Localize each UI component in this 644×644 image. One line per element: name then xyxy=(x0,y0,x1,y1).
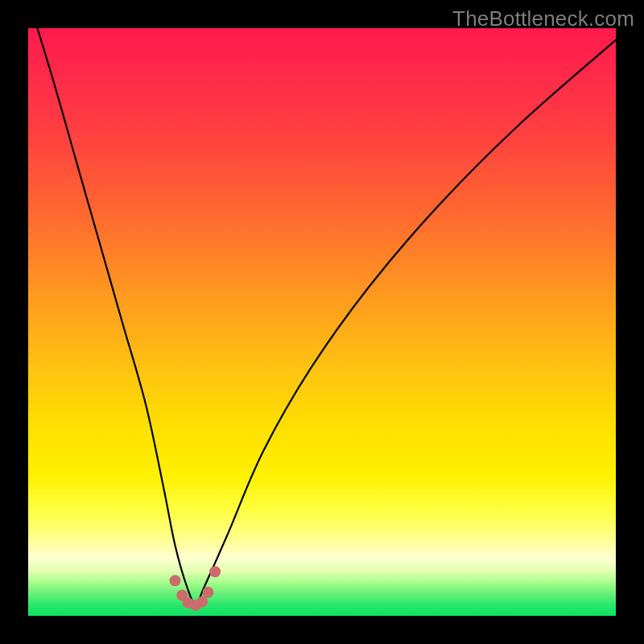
bottleneck-curve xyxy=(28,0,616,604)
valley-marker xyxy=(196,597,208,608)
valley-marker xyxy=(209,566,221,577)
chart-frame: TheBottleneck.com xyxy=(0,0,644,644)
valley-markers xyxy=(170,566,221,611)
curve-layer xyxy=(28,28,616,616)
plot-area xyxy=(28,28,616,616)
valley-marker xyxy=(170,575,181,586)
valley-marker xyxy=(202,587,213,598)
